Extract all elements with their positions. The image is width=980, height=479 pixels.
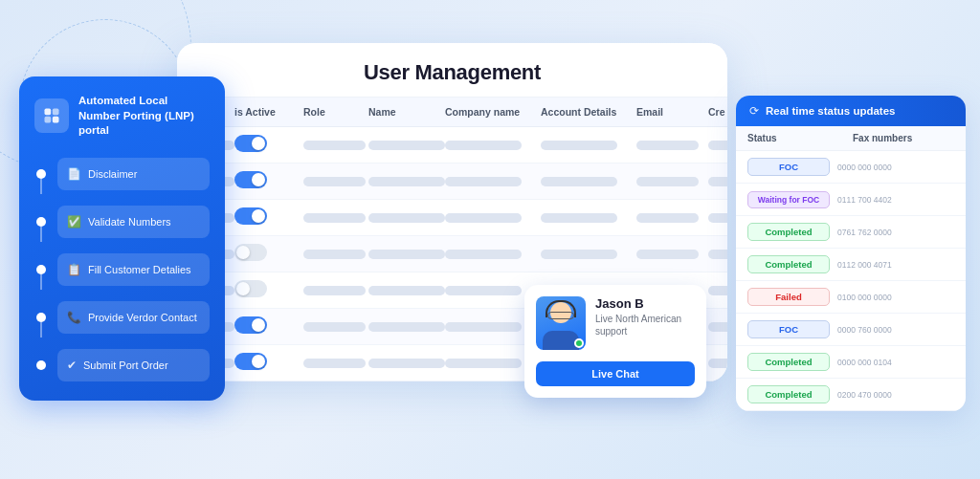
status-badge: Completed [747, 255, 830, 273]
cre-bar [708, 286, 727, 295]
cell-name [361, 173, 437, 190]
cre-bar [708, 213, 727, 223]
status-row: Completed 0200 470 0000 [736, 379, 966, 411]
sidebar-header: Automated Local Number Porting (LNP) por… [34, 94, 210, 139]
status-badge: Failed [747, 288, 830, 306]
col-name: Name [361, 98, 437, 126]
cre-bar [708, 177, 727, 186]
col-email: Email [629, 98, 701, 126]
sidebar-step-4[interactable]: ✔ Submit Port Order [34, 349, 210, 381]
status-card-header: ⟳ Real time status updates [736, 96, 966, 126]
status-badge: FOC [747, 158, 830, 176]
main-card-header: User Management [177, 43, 727, 98]
step-dot-col [34, 217, 48, 227]
agent-avatar [536, 296, 586, 350]
active-toggle[interactable] [234, 171, 267, 188]
col-cre: Cre [701, 98, 727, 126]
cell-active[interactable] [227, 313, 296, 341]
step-icon: 📄 [67, 167, 81, 181]
chat-button-row[interactable]: Live Chat [524, 358, 706, 398]
col-company: Company name [437, 98, 533, 126]
cell-account [533, 246, 629, 263]
cell-company [437, 173, 533, 190]
active-toggle[interactable] [234, 353, 267, 370]
step-dot-col [34, 169, 48, 179]
sidebar-step-0[interactable]: 📄 Disclaimer [34, 158, 210, 206]
step-label: Submit Port Order [83, 359, 168, 371]
company-bar [445, 286, 522, 295]
cell-email [629, 246, 701, 263]
cell-active[interactable] [227, 131, 296, 160]
cell-active[interactable] [227, 276, 296, 305]
col-role: Role [296, 98, 361, 126]
name-bar [368, 177, 445, 186]
status-badge: FOC [747, 320, 830, 338]
sidebar-step-3[interactable]: 📞 Provide Verdor Contact [34, 301, 210, 349]
active-toggle[interactable] [234, 135, 267, 152]
active-toggle[interactable] [234, 207, 267, 225]
sidebar-title: Automated Local Number Porting (LNP) por… [78, 94, 210, 139]
fax-number: 0000 760 0000 [830, 325, 954, 335]
step-label: Validate Numbers [88, 216, 171, 228]
name-bar [368, 250, 445, 259]
step-line [40, 179, 42, 194]
step-label: Provide Verdor Contact [88, 312, 197, 323]
cell-company [437, 246, 533, 263]
company-bar [445, 177, 522, 186]
fax-number: 0000 000 0104 [830, 358, 954, 367]
cell-name [361, 246, 437, 263]
company-bar [445, 141, 522, 150]
cell-active[interactable] [227, 204, 296, 232]
email-bar [636, 177, 699, 186]
name-bar [368, 322, 445, 332]
name-bar [368, 141, 445, 150]
active-toggle[interactable] [234, 244, 267, 261]
cell-active[interactable] [227, 240, 296, 269]
step-content: 📄 Disclaimer [57, 158, 210, 190]
status-row: FOC 0000 760 0000 [736, 314, 966, 346]
status-badge: Completed [747, 223, 830, 241]
avatar-body [543, 331, 579, 350]
email-bar [636, 250, 699, 259]
live-chat-button[interactable]: Live Chat [536, 361, 695, 386]
step-icon: 📋 [67, 263, 81, 276]
sidebar-step-1[interactable]: ✅ Validate Numbers [34, 206, 210, 253]
role-bar [303, 213, 366, 223]
account-bar [541, 177, 617, 186]
active-toggle[interactable] [234, 280, 267, 297]
step-line [40, 227, 42, 242]
step-dot [36, 360, 46, 370]
status-row: Completed 0112 000 4071 [736, 249, 966, 281]
account-bar [541, 250, 617, 259]
cell-active[interactable] [227, 349, 296, 378]
step-dot [36, 265, 46, 274]
cell-name [361, 137, 437, 154]
cre-bar [708, 322, 727, 332]
cell-name [361, 282, 437, 299]
account-bar [541, 213, 617, 223]
name-bar [368, 286, 445, 295]
cell-email [629, 209, 701, 227]
role-bar [303, 250, 366, 259]
cell-role [296, 318, 361, 336]
cell-account [533, 173, 629, 190]
role-bar [303, 322, 366, 332]
step-content: 📋 Fill Customer Detalies [57, 253, 210, 286]
status-badge: Completed [747, 385, 830, 403]
status-badge: Waiting for FOC [747, 191, 830, 208]
cell-company [437, 209, 533, 227]
status-row: Waiting for FOC 0111 700 4402 [736, 184, 966, 216]
cell-email [629, 173, 701, 190]
cell-cre [701, 246, 727, 263]
name-bar [368, 359, 445, 368]
portal-icon [34, 98, 69, 133]
sidebar-steps: 📄 Disclaimer ✅ Validate Numbers 📋 Fill C… [34, 158, 210, 381]
status-row: FOC 0000 000 0000 [736, 151, 966, 184]
step-line [40, 274, 42, 290]
active-toggle[interactable] [234, 316, 267, 334]
account-bar [541, 141, 617, 150]
cell-cre [701, 209, 727, 227]
table-row [177, 200, 727, 236]
cell-active[interactable] [227, 167, 296, 196]
sidebar-step-2[interactable]: 📋 Fill Customer Detalies [34, 253, 210, 301]
